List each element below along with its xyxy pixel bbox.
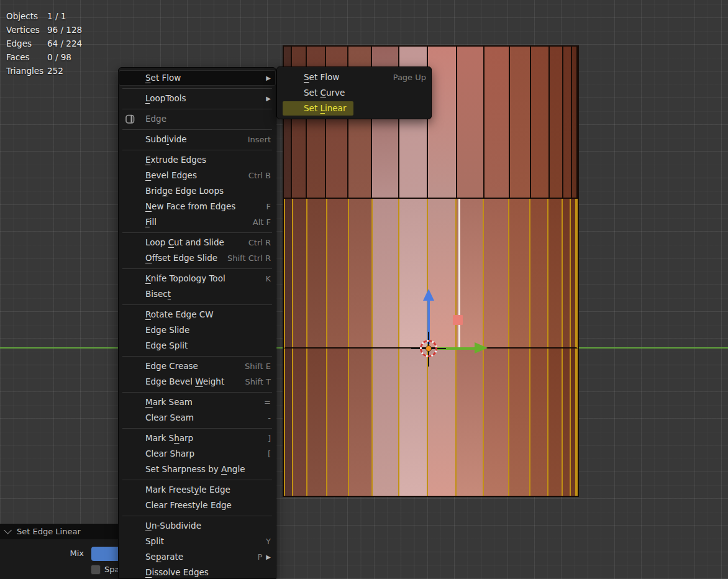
gizmo-x-axis-arrow-icon[interactable] [475, 342, 488, 353]
mix-slider[interactable] [91, 547, 118, 561]
mesh-face-column-9 [457, 199, 483, 347]
menu-item-separate[interactable]: SeparateP▶ [119, 549, 276, 565]
menu-separator [122, 356, 272, 357]
stat-faces: Faces0 / 98 [6, 50, 82, 64]
menu-item-label: Set Flow [145, 70, 262, 86]
menu-item-rotate-edge-cw[interactable]: Rotate Edge CW [119, 307, 276, 322]
mesh-face-column-12 [531, 47, 550, 198]
menu-item-edge-slide[interactable]: Edge Slide [119, 322, 276, 338]
menu-item-label: Edge [145, 111, 271, 127]
menu-item-edge-crease[interactable]: Edge CreaseShift E [119, 358, 276, 374]
menu-item-label: Bisect [145, 286, 271, 302]
menu-separator [122, 109, 272, 109]
menu-item-fill[interactable]: FillAlt F [119, 214, 276, 230]
spacing-label: Spa [104, 565, 119, 574]
mesh-face-column-12 [530, 199, 549, 347]
menu-item-shortcut: ] [268, 431, 271, 446]
spacing-row: Spa [0, 564, 118, 579]
menu-item-label: Dissolve Edges [145, 565, 271, 579]
menu-item-label: New Face from Edges [145, 199, 262, 214]
menu-item-extrude-edges[interactable]: Extrude Edges [119, 152, 276, 168]
stat-label: Objects [6, 9, 47, 23]
mesh-face-column-11 [509, 349, 530, 496]
mesh-face-column-2 [293, 199, 307, 347]
mesh-face-column-13 [548, 349, 562, 496]
menu-item-mark-seam[interactable]: Mark Seam= [119, 394, 276, 410]
menu-item-mark-freestyle-edge[interactable]: Mark Freestyle Edge [119, 482, 276, 498]
menu-item-clear-sharp[interactable]: Clear Sharp[ [119, 446, 276, 462]
menu-item-un-subdivide[interactable]: Un-Subdivide [119, 518, 276, 534]
mesh-face-column-9 [457, 349, 483, 496]
menu-item-label: Edge Slide [145, 322, 271, 338]
menu-item-new-face-from-edges[interactable]: New Face from EdgesF [119, 199, 276, 214]
menu-item-bridge-edge-loops[interactable]: Bridge Edge Loops [119, 183, 276, 199]
operator-panel-title: Set Edge Linear [17, 527, 81, 536]
menu-item-set-curve[interactable]: Set Curve [277, 85, 431, 101]
menu-separator [122, 129, 272, 130]
menu-item-shortcut: F [266, 199, 271, 214]
mesh-face-column-8 [428, 349, 457, 496]
menu-separator [122, 428, 272, 429]
mix-label: Mix [0, 549, 84, 558]
viewport-statistics-overlay: Objects1 / 1Vertices96 / 128Edges64 / 22… [6, 9, 82, 78]
stat-value: 1 / 1 [47, 9, 66, 23]
menu-item-shortcut: Shift Ctrl R [227, 250, 271, 266]
menu-item-split[interactable]: SplitY [119, 534, 276, 549]
menu-item-shortcut: Ctrl R [248, 235, 271, 250]
mesh-face-column-5 [349, 199, 373, 347]
menu-item-label: Edge Bevel Weight [145, 374, 240, 390]
menu-item-label: Mark Sharp [145, 431, 263, 446]
menu-item-looptools[interactable]: LoopTools▶ [119, 91, 276, 106]
stat-label: Edges [6, 37, 47, 50]
menu-item-bisect[interactable]: Bisect [119, 286, 276, 302]
menu-item-edge-bevel-weight[interactable]: Edge Bevel WeightShift T [119, 374, 276, 390]
menu-item-label: Bridge Edge Loops [145, 183, 271, 199]
menu-item-label: Clear Freestyle Edge [145, 498, 271, 513]
menu-item-label: Mark Freestyle Edge [145, 482, 271, 498]
mesh-face-column-3 [307, 349, 327, 496]
menu-item-loop-cut-and-slide[interactable]: Loop Cut and SlideCtrl R [119, 235, 276, 250]
menu-item-label: Set Sharpness by Angle [145, 462, 271, 477]
menu-item-label: Knife Topology Tool [145, 271, 260, 286]
menu-header-edge: Edge [119, 111, 276, 127]
menu-item-edge-split[interactable]: Edge Split [119, 338, 276, 353]
gizmo-z-axis-arrow-icon[interactable] [423, 289, 434, 301]
menu-item-set-flow[interactable]: Set Flow▶ [119, 70, 276, 86]
operator-panel-header[interactable]: Set Edge Linear [0, 524, 118, 539]
mesh-face-column-14 [563, 47, 571, 198]
menu-item-set-linear[interactable]: Set Linear [277, 101, 431, 116]
menu-item-label: Subdivide [145, 132, 243, 147]
spacing-checkbox[interactable] [91, 565, 101, 575]
edge-select-icon [125, 114, 135, 129]
mesh-face-column-15 [571, 349, 576, 496]
menu-item-subdivide[interactable]: SubdivideInsert [119, 132, 276, 147]
menu-item-set-sharpness-by-angle[interactable]: Set Sharpness by Angle [119, 462, 276, 477]
menu-item-label: Split [145, 534, 261, 549]
menu-item-label: Rotate Edge CW [145, 307, 271, 322]
stat-value: 0 / 98 [47, 50, 71, 64]
menu-item-shortcut: Insert [248, 132, 271, 147]
mesh-face-column-13 [550, 47, 563, 198]
menu-item-set-flow[interactable]: Set FlowPage Up [277, 70, 431, 85]
menu-item-bevel-edges[interactable]: Bevel EdgesCtrl B [119, 168, 276, 183]
menu-item-label: Clear Sharp [145, 446, 263, 462]
menu-item-knife-topology-tool[interactable]: Knife Topology ToolK [119, 271, 276, 286]
menu-item-shortcut: Page Up [393, 70, 426, 85]
stat-label: Vertices [6, 23, 47, 37]
menu-item-clear-seam[interactable]: Clear Seam- [119, 410, 276, 426]
chevron-down-icon [4, 526, 12, 534]
menu-item-mark-sharp[interactable]: Mark Sharp] [119, 431, 276, 446]
menu-item-shortcut: - [268, 410, 271, 426]
active-edge[interactable] [458, 199, 460, 349]
menu-item-offset-edge-slide[interactable]: Offset Edge SlideShift Ctrl R [119, 250, 276, 266]
menu-item-shortcut: Alt F [253, 214, 271, 230]
menu-item-clear-freestyle-edge[interactable]: Clear Freestyle Edge [119, 498, 276, 513]
menu-separator [122, 304, 272, 305]
submenu-arrow-icon: ▶ [266, 549, 271, 565]
menu-item-dissolve-edges[interactable]: Dissolve Edges [119, 565, 276, 579]
mesh-band-selected-upper [284, 199, 578, 349]
mesh-face-column-7 [399, 199, 428, 347]
mesh-face-column-5 [349, 349, 373, 496]
menu-item-shortcut: P [257, 549, 262, 565]
stat-value: 64 / 224 [47, 37, 82, 50]
